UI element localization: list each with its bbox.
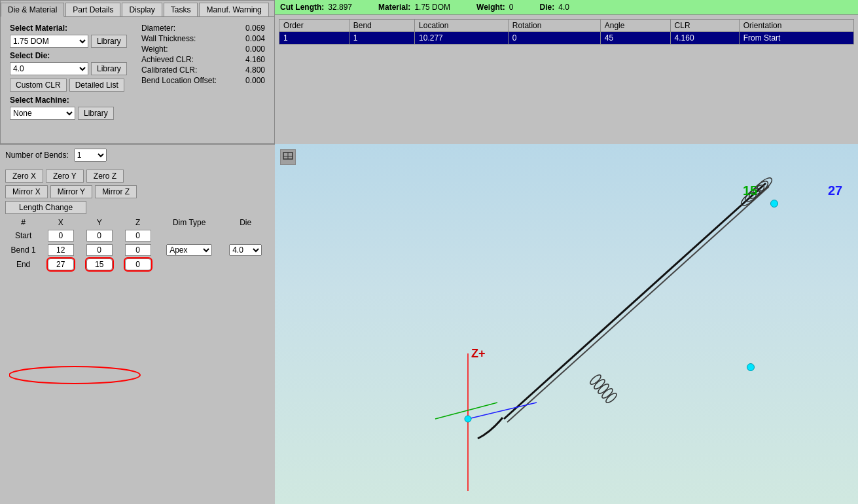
start-y-cell [80, 228, 118, 243]
mirror-x-btn[interactable]: Mirror X [5, 185, 48, 198]
viewport-icon[interactable] [280, 149, 296, 165]
bend1-die-select[interactable]: 4.0 [229, 244, 262, 256]
die-dropdown[interactable]: 4.0 [10, 62, 88, 75]
bend-table: Order Bend Location Rotation Angle CLR O… [279, 19, 854, 45]
svg-point-13 [605, 392, 618, 405]
mirror-y-btn[interactable]: Mirror Y [50, 185, 92, 198]
detailed-list-btn[interactable]: Detailed List [69, 79, 124, 92]
material-val: 1.75 DOM [414, 3, 450, 12]
die-val: 4.0 [558, 3, 569, 12]
cell-angle: 45 [600, 32, 670, 45]
achieved-clr-label: Achieved CLR: [141, 55, 194, 64]
material-dropdown[interactable]: 1.75 DOM [10, 35, 88, 48]
material-item: Material: 1.75 DOM [378, 3, 450, 12]
svg-point-10 [593, 378, 606, 391]
wall-thickness-label: Wall Thickness: [141, 34, 196, 43]
achieved-clr-row: Achieved CLR: 4.160 [141, 55, 265, 64]
bend-table-container: Order Bend Location Rotation Angle CLR O… [275, 15, 858, 47]
tab-tasks[interactable]: Tasks [164, 3, 198, 16]
col-rotation: Rotation [508, 20, 600, 32]
bend-location-offset-value: 0.000 [245, 76, 265, 85]
bend1-x-input[interactable] [48, 244, 74, 256]
zero-y-btn[interactable]: Zero Y [46, 170, 84, 183]
end-z-cell [118, 257, 157, 272]
tab-display[interactable]: Display [122, 3, 162, 16]
left-col: Select Material: 1.75 DOM Library Select… [6, 21, 137, 126]
zero-z-btn[interactable]: Zero Z [86, 170, 124, 183]
start-x-input[interactable] [48, 230, 74, 242]
svg-point-0 [9, 367, 140, 384]
material-library-btn[interactable]: Library [91, 35, 127, 48]
num-bends-label: Number of Bends: [5, 151, 69, 160]
tab-die-material[interactable]: Die & Material [1, 3, 64, 17]
select-die-label: Select Die: [10, 51, 134, 60]
tab-part-details[interactable]: Part Details [65, 3, 120, 16]
custom-clr-row: Custom CLR Detailed List [10, 79, 134, 92]
bend1-x-cell [41, 243, 80, 257]
tab-manuf-warning[interactable]: Manuf. Warning [199, 3, 268, 16]
num-bends-row: Number of Bends: 1 [5, 149, 270, 162]
bend1-dim-select[interactable]: Apex [166, 244, 212, 256]
bend1-label: Bend 1 [5, 243, 41, 257]
bend1-z-input[interactable] [125, 244, 151, 256]
die-key: Die: [540, 3, 555, 12]
end-y-input[interactable] [86, 259, 113, 270]
zero-x-btn[interactable]: Zero X [5, 170, 43, 183]
coord-table: # X Y Z Dim Type Die Start Bend 1 [5, 217, 270, 272]
cell-orientation: From Start [739, 32, 853, 45]
start-row: Start [5, 228, 270, 243]
die-library-btn[interactable]: Library [91, 62, 127, 75]
col-die: Die [221, 217, 270, 228]
num-27-label: 27 [828, 183, 842, 198]
tab-bar: Die & Material Part Details Display Task… [1, 1, 274, 17]
end-die-cell [221, 257, 270, 272]
col-dim-type: Dim Type [157, 217, 221, 228]
length-change-btn[interactable]: Length Change [5, 201, 86, 214]
machine-dropdown[interactable]: None [10, 107, 75, 120]
bend1-dim-cell: Apex [157, 243, 221, 257]
machine-row: None Library [10, 107, 134, 120]
weight-row: Weight: 0.000 [141, 45, 265, 54]
select-machine-label: Select Machine: [10, 96, 134, 105]
bend1-y-input[interactable] [86, 244, 113, 256]
calibrated-clr-label: Calibrated CLR: [141, 65, 197, 75]
weight-item: Weight: 0 [476, 3, 513, 12]
bend1-die-cell: 4.0 [221, 243, 270, 257]
col-bend: Bend [349, 20, 414, 32]
start-dim-cell [157, 228, 221, 243]
die-row: 4.0 Library [10, 62, 134, 75]
viewport: Z+ Z- Y+ X- X+ Y- 15 27 [275, 144, 858, 504]
two-col-layout: Select Material: 1.75 DOM Library Select… [6, 21, 269, 126]
col-location: Location [415, 20, 509, 32]
col-y: Y [80, 217, 118, 228]
die-material-panel: Die & Material Part Details Display Task… [0, 0, 275, 144]
svg-line-15 [435, 403, 497, 419]
machine-library-btn[interactable]: Library [78, 107, 114, 120]
cell-order: 1 [279, 32, 349, 45]
diameter-value: 0.069 [245, 24, 265, 33]
end-z-input[interactable] [125, 259, 151, 270]
start-x-cell [41, 228, 80, 243]
col-x: X [41, 217, 80, 228]
start-label: Start [5, 228, 41, 243]
bend1-y-cell [80, 243, 118, 257]
num-bends-select[interactable]: 1 [74, 149, 107, 162]
weight-val: 0 [509, 3, 514, 12]
end-label: End [5, 257, 41, 272]
start-y-input[interactable] [86, 230, 113, 242]
col-clr: CLR [670, 20, 739, 32]
weight-key: Weight: [476, 3, 505, 12]
bottom-left-panel: Number of Bends: 1 Zero X Zero Y Zero Z … [0, 144, 275, 504]
custom-clr-btn[interactable]: Custom CLR [10, 79, 67, 92]
end-y-cell [80, 257, 118, 272]
material-row: 1.75 DOM Library [10, 35, 134, 48]
cut-length-item: Cut Length: 32.897 [280, 3, 352, 12]
start-z-input[interactable] [125, 230, 151, 242]
end-x-input[interactable] [48, 259, 74, 270]
wall-thickness-value: 0.004 [245, 34, 265, 43]
table-row[interactable]: 1 1 10.277 0 45 4.160 From Start [279, 32, 854, 45]
mirror-z-btn[interactable]: Mirror Z [95, 185, 137, 198]
cyan-dot-top [770, 200, 778, 207]
material-key: Material: [378, 3, 410, 12]
svg-line-16 [468, 403, 537, 419]
